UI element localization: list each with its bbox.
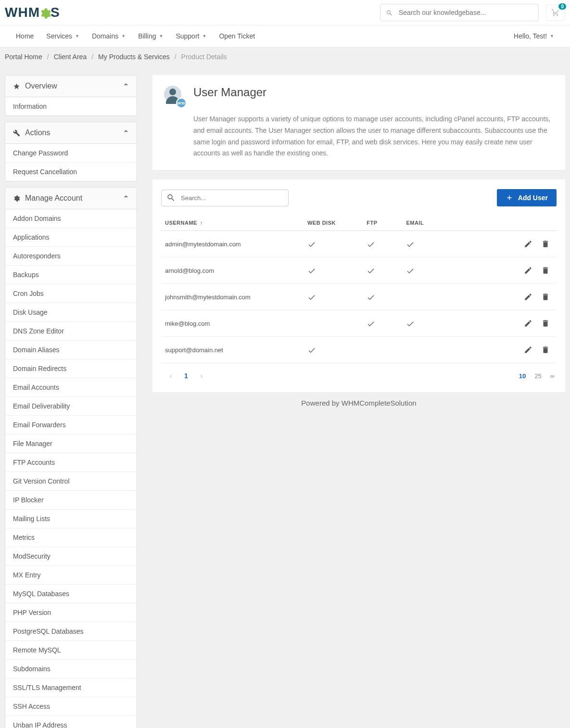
logo[interactable]: WHMS bbox=[5, 5, 60, 20]
sidebar-item-php-version[interactable]: PHP Version bbox=[5, 603, 137, 622]
add-user-button[interactable]: Add User bbox=[497, 189, 557, 206]
check-icon bbox=[406, 266, 415, 275]
sidebar-item-change-password[interactable]: Change Password bbox=[5, 144, 137, 163]
sidebar-item-disk-usage[interactable]: Disk Usage bbox=[5, 303, 137, 322]
delete-button[interactable] bbox=[538, 264, 553, 277]
cell-username: mike@blog.com bbox=[161, 310, 304, 337]
nav-support[interactable]: Support▼ bbox=[169, 26, 213, 47]
cell-username: arnold@blog.com bbox=[161, 257, 304, 284]
cell-email bbox=[402, 257, 473, 284]
col-webdisk[interactable]: WEB DISK bbox=[304, 215, 363, 231]
table-row: admin@mytestdomain.com bbox=[161, 231, 557, 257]
sidebar-item-unban-ip-address[interactable]: Unban IP Address bbox=[5, 716, 137, 728]
cell-ftp bbox=[363, 337, 402, 363]
col-ftp[interactable]: FTP bbox=[363, 215, 402, 231]
sidebar-item-backups[interactable]: Backups bbox=[5, 266, 137, 284]
chevron-up-icon: ⌃ bbox=[123, 82, 129, 90]
sidebar-item-email-accounts[interactable]: Email Accounts bbox=[5, 378, 137, 397]
cell-ftp bbox=[363, 310, 402, 337]
sidebar-item-ssl-tls-management[interactable]: SSL/TLS Management bbox=[5, 678, 137, 697]
page-size-option[interactable]: 10 bbox=[519, 372, 526, 380]
sidebar-item-postgresql-databases[interactable]: PostgreSQL Databases bbox=[5, 622, 137, 641]
sidebar-item-mx-entry[interactable]: MX Entry bbox=[5, 566, 137, 585]
cell-username: admin@mytestdomain.com bbox=[161, 231, 304, 257]
breadcrumb-link[interactable]: My Products & Services bbox=[98, 53, 170, 61]
breadcrumb-link[interactable]: Portal Home bbox=[5, 53, 42, 61]
cell-username: support@domain.net bbox=[161, 337, 304, 363]
next-page-button[interactable] bbox=[194, 370, 209, 382]
sidebar-item-modsecurity[interactable]: ModSecurity bbox=[5, 547, 137, 566]
col-username[interactable]: USERNAME↑ bbox=[161, 215, 304, 231]
sidebar-item-dns-zone-editor[interactable]: DNS Zone Editor bbox=[5, 322, 137, 341]
chevron-up-icon: ⌃ bbox=[123, 129, 129, 137]
edit-button[interactable] bbox=[521, 238, 535, 250]
sort-asc-icon: ↑ bbox=[200, 220, 203, 226]
check-icon bbox=[307, 292, 316, 301]
edit-button[interactable] bbox=[521, 291, 535, 303]
sidebar-item-ssh-access[interactable]: SSH Access bbox=[5, 697, 137, 716]
nav-services[interactable]: Services▼ bbox=[40, 26, 86, 47]
page-description: User Manager supports a variety of uniqu… bbox=[193, 114, 554, 159]
search-icon bbox=[166, 193, 176, 203]
sidebar-item-email-forwarders[interactable]: Email Forwarders bbox=[5, 416, 137, 434]
footer-text: Powered by WHMCompleteSolution bbox=[152, 392, 565, 414]
nav-domains[interactable]: Domains▼ bbox=[86, 26, 132, 47]
sidebar-item-request-cancellation[interactable]: Request Cancellation bbox=[5, 163, 137, 181]
actions-panel-header[interactable]: Actions ⌃ bbox=[5, 122, 137, 144]
cell-webdisk bbox=[304, 310, 363, 337]
nav-home[interactable]: Home bbox=[10, 26, 40, 47]
page-size-option[interactable]: 25 bbox=[534, 372, 541, 380]
nav-open-ticket[interactable]: Open Ticket bbox=[213, 26, 261, 47]
edit-button[interactable] bbox=[521, 264, 535, 277]
sidebar-item-subdomains[interactable]: Subdomains bbox=[5, 660, 137, 678]
overview-panel-header[interactable]: Overview ⌃ bbox=[5, 76, 137, 97]
sidebar-item-ip-blocker[interactable]: IP Blocker bbox=[5, 491, 137, 510]
check-icon bbox=[406, 319, 415, 328]
col-email[interactable]: EMAIL bbox=[402, 215, 473, 231]
sidebar-item-mysql-databases[interactable]: MySQL Databases bbox=[5, 585, 137, 603]
delete-button[interactable] bbox=[538, 291, 553, 303]
search-icon bbox=[386, 9, 393, 17]
sidebar-item-ftp-accounts[interactable]: FTP Accounts bbox=[5, 453, 137, 472]
sidebar-item-git-version-control[interactable]: Git Version Control bbox=[5, 472, 137, 491]
cell-ftp bbox=[363, 257, 402, 284]
breadcrumb-link[interactable]: Client Area bbox=[54, 53, 87, 61]
cell-email bbox=[402, 231, 473, 257]
manage-panel-header[interactable]: Manage Account ⌃ bbox=[5, 188, 137, 209]
edit-button[interactable] bbox=[521, 317, 535, 330]
sidebar-item-remote-mysql[interactable]: Remote MySQL bbox=[5, 641, 137, 660]
sidebar-item-cron-jobs[interactable]: Cron Jobs bbox=[5, 284, 137, 303]
knowledgebase-search-input[interactable] bbox=[380, 4, 539, 21]
delete-button[interactable] bbox=[538, 344, 553, 356]
cart-icon bbox=[551, 8, 560, 17]
cart-button[interactable]: 0 bbox=[546, 4, 565, 21]
star-icon bbox=[13, 82, 20, 90]
chevron-up-icon: ⌃ bbox=[123, 194, 129, 202]
sidebar-item-autoresponders[interactable]: Autoresponders bbox=[5, 247, 137, 266]
table-row: support@domain.net bbox=[161, 337, 557, 363]
table-search-input[interactable] bbox=[161, 190, 289, 206]
table-row: mike@blog.com bbox=[161, 310, 557, 337]
table-row: johnsmith@mytestdomain.com bbox=[161, 284, 557, 310]
sidebar-item-mailing-lists[interactable]: Mailing Lists bbox=[5, 510, 137, 528]
cell-webdisk bbox=[304, 284, 363, 310]
cell-email bbox=[402, 337, 473, 363]
sidebar-item-domain-redirects[interactable]: Domain Redirects bbox=[5, 359, 137, 378]
sidebar-item-addon-domains[interactable]: Addon Domains bbox=[5, 209, 137, 228]
user-greeting[interactable]: Hello, Test!▼ bbox=[507, 26, 560, 47]
sidebar-item-metrics[interactable]: Metrics bbox=[5, 528, 137, 547]
delete-button[interactable] bbox=[538, 317, 553, 330]
sidebar-item-applications[interactable]: Applications bbox=[5, 228, 137, 247]
delete-button[interactable] bbox=[538, 238, 553, 250]
main-nav: HomeServices▼Domains▼Billing▼Support▼Ope… bbox=[0, 25, 570, 47]
prev-page-button[interactable] bbox=[163, 370, 178, 382]
sidebar-item-file-manager[interactable]: File Manager bbox=[5, 434, 137, 453]
nav-billing[interactable]: Billing▼ bbox=[132, 26, 169, 47]
page-size-option[interactable]: ∞ bbox=[550, 372, 555, 380]
check-icon bbox=[367, 319, 375, 328]
page-number[interactable]: 1 bbox=[178, 370, 194, 382]
sidebar-item-information[interactable]: Information bbox=[5, 97, 137, 115]
edit-button[interactable] bbox=[521, 344, 535, 356]
sidebar-item-email-deliverability[interactable]: Email Deliverability bbox=[5, 397, 137, 416]
sidebar-item-domain-aliases[interactable]: Domain Aliases bbox=[5, 341, 137, 359]
